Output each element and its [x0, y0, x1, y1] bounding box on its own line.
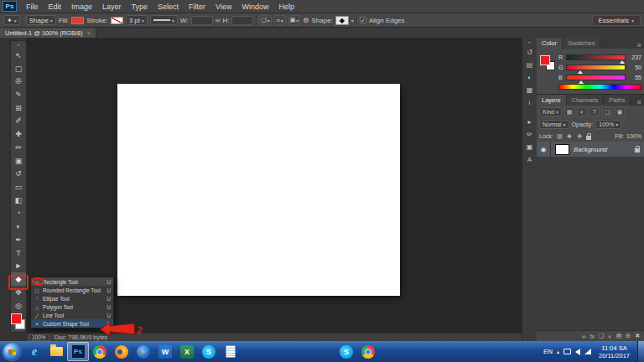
menu-file[interactable]: File	[21, 0, 44, 13]
taskbar-notepad[interactable]	[220, 342, 242, 361]
clock[interactable]: 11:04 SA 20/11/2017	[595, 344, 633, 359]
custom-shape-picker[interactable]: ◆	[335, 16, 349, 25]
taskbar-media-player[interactable]: ▸	[132, 342, 154, 361]
menu-help[interactable]: Help	[273, 0, 299, 13]
dodge-tool-button[interactable]: ◐	[11, 220, 26, 233]
actions-panel-icon[interactable]: ▸	[523, 116, 537, 128]
opacity-select[interactable]: 100% ▾	[595, 120, 621, 129]
taskbar-chrome[interactable]	[89, 342, 111, 361]
layer-filter-kind-select[interactable]: Kind ▾	[539, 107, 562, 116]
stroke-width-select[interactable]: 3 pt ▾	[126, 15, 148, 25]
delete-layer-icon[interactable]: ✖	[635, 333, 640, 339]
link-layers-icon[interactable]: ∞	[582, 334, 586, 339]
stroke-style-select[interactable]: ▾	[150, 15, 178, 25]
eraser-tool-button[interactable]: ▭	[11, 180, 26, 194]
history-panel-icon[interactable]: ↺	[523, 46, 537, 59]
green-channel-slider[interactable]	[566, 65, 626, 70]
panel-menu-icon[interactable]: ≣	[634, 99, 644, 106]
red-channel-slider[interactable]	[566, 54, 626, 60]
clone-source-panel-icon[interactable]: ▣	[523, 141, 537, 153]
menu-type[interactable]: Type	[127, 0, 153, 13]
language-indicator[interactable]: EN	[543, 348, 553, 355]
adjustments-panel-icon[interactable]: ◐	[523, 71, 537, 84]
lock-pixels-icon[interactable]: ✚	[566, 133, 574, 140]
lock-position-icon[interactable]: ✥	[576, 133, 584, 140]
blue-channel-value[interactable]: 55	[628, 75, 641, 80]
volume-icon[interactable]	[575, 349, 580, 355]
taskbar-internet-explorer[interactable]: e	[23, 342, 45, 361]
layer-name[interactable]: Background	[574, 146, 635, 153]
layer-group-icon[interactable]: ▤	[616, 333, 622, 339]
tool-mode-select[interactable]: Shape ▾	[26, 15, 56, 25]
gradient-tool-button[interactable]: ◧	[11, 194, 26, 207]
taskbar-skype[interactable]: S	[198, 342, 220, 361]
filter-pixel-layers-icon[interactable]: ▦	[564, 107, 574, 116]
layer-effects-icon[interactable]: fx	[590, 334, 595, 339]
align-edges-checkbox[interactable]: ✓	[360, 17, 366, 23]
menu-select[interactable]: Select	[153, 0, 184, 13]
lasso-tool-button[interactable]: ✇	[11, 75, 26, 88]
layer-visibility-cell[interactable]: ◉	[537, 142, 551, 157]
shape-width-input[interactable]	[191, 16, 213, 25]
eyedropper-tool-button[interactable]: ✐	[11, 115, 26, 128]
red-channel-value[interactable]: 237	[628, 54, 641, 60]
path-selection-tool-button[interactable]: ►	[11, 260, 26, 273]
flyout-item-line-tool[interactable]: ╱ Line Tool U	[31, 311, 113, 319]
pen-tool-button[interactable]: ✒	[11, 233, 26, 246]
tab-swatches[interactable]: Swatches	[563, 38, 601, 49]
move-tool-button[interactable]: ↖	[11, 49, 26, 62]
filter-type-layers-icon[interactable]: T	[589, 107, 600, 116]
path-operations-button[interactable]: ❑ ▾	[259, 15, 271, 25]
rectangular-marquee-tool-button[interactable]: ▢	[11, 62, 26, 75]
filter-smart-objects-icon[interactable]: ▣	[615, 107, 625, 116]
menu-window[interactable]: Window	[236, 0, 273, 13]
filter-shape-layers-icon[interactable]: ❑	[602, 107, 612, 116]
taskbar-firefox[interactable]	[111, 342, 132, 361]
gear-icon[interactable]: ⚙	[303, 17, 309, 24]
lock-transparency-icon[interactable]: ▨	[556, 133, 564, 140]
quick-selection-tool-button[interactable]: ✎	[11, 88, 26, 101]
adjustment-layer-icon[interactable]: ◐	[608, 334, 611, 339]
styles-panel-icon[interactable]: ▦	[523, 84, 537, 96]
slider-thumb-icon[interactable]	[578, 70, 583, 74]
flyout-item-polygon-tool[interactable]: △ Polygon Tool U	[31, 303, 113, 311]
zoom-tool-button[interactable]: ◎	[11, 299, 26, 313]
type-tool-button[interactable]: T	[11, 246, 26, 260]
brush-panel-icon[interactable]: ✏	[523, 128, 537, 141]
info-panel-icon[interactable]: i	[523, 96, 537, 109]
clone-stamp-tool-button[interactable]: ▣	[11, 154, 26, 168]
link-dimensions-icon[interactable]: ∞	[216, 17, 221, 24]
foreground-color-swatch[interactable]	[11, 313, 22, 324]
hidden-icons-chevron[interactable]: ▴	[557, 349, 559, 354]
shape-height-input[interactable]	[231, 16, 253, 25]
stroke-color-swatch[interactable]	[111, 17, 123, 24]
character-panel-icon[interactable]: A	[523, 153, 537, 166]
menu-view[interactable]: View	[210, 0, 236, 13]
dock-collapse-icon[interactable]: «	[528, 38, 531, 46]
path-arrange-button[interactable]: ▣ ▾	[288, 15, 301, 25]
taskbar-windows-explorer[interactable]	[45, 342, 67, 361]
menu-filter[interactable]: Filter	[184, 0, 210, 13]
brush-tool-button[interactable]: ✏	[11, 141, 26, 154]
document-tab[interactable]: Untitled-1 @ 100% (RGB/8) ×	[0, 28, 96, 38]
layer-thumbnail[interactable]	[555, 144, 569, 155]
menu-layer[interactable]: Layer	[97, 0, 127, 13]
tab-layers[interactable]: Layers	[537, 95, 567, 106]
taskbar-photoshop[interactable]: Ps	[67, 342, 89, 361]
taskbar-chrome-running[interactable]	[357, 342, 379, 361]
panel-menu-icon[interactable]: ≣	[634, 42, 644, 49]
toolbar-collapse-icon[interactable]: »	[17, 41, 19, 49]
fill-value[interactable]: 100%	[626, 133, 641, 139]
flyout-item-ellipse-tool[interactable]: ○ Ellipse Tool U	[31, 294, 113, 303]
slider-thumb-icon[interactable]	[620, 60, 625, 64]
history-brush-tool-button[interactable]: ↺	[11, 167, 26, 180]
slider-thumb-icon[interactable]	[579, 80, 584, 84]
network-icon[interactable]	[584, 349, 591, 354]
action-center-icon[interactable]	[564, 349, 571, 354]
properties-panel-icon[interactable]: ▤	[523, 59, 537, 71]
taskbar-word[interactable]: W	[154, 342, 176, 361]
filter-adjustment-layers-icon[interactable]: ◐	[577, 107, 587, 116]
menu-edit[interactable]: Edit	[44, 0, 67, 13]
taskbar-excel[interactable]: X	[176, 342, 198, 361]
document-canvas[interactable]	[117, 84, 400, 296]
